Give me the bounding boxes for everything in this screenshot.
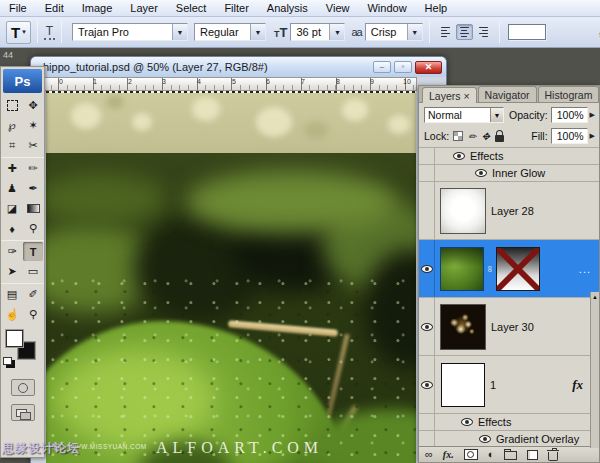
blend-mode-dropdown[interactable]: Normal ▼	[424, 107, 504, 123]
zoom-tool[interactable]: ⚲	[23, 305, 43, 324]
canvas[interactable]: ✾ WWW.MISSYUAN.COM ALFOART.COM	[46, 91, 416, 463]
document-titlebar[interactable]: hippo_tutorial.psd @ 50% (Layer 27, RGB/…	[31, 57, 446, 77]
opacity-input[interactable]: 100%	[551, 107, 588, 123]
chevron-down-icon[interactable]: ▼	[250, 24, 265, 40]
default-colors-icon[interactable]	[3, 357, 12, 365]
chevron-down-icon[interactable]: ▼	[407, 24, 422, 40]
type-tool[interactable]: T	[23, 242, 43, 261]
menu-image[interactable]: Image	[73, 1, 122, 15]
visibility-eye-icon[interactable]	[453, 152, 465, 160]
chevron-down-icon[interactable]: ▼	[172, 24, 187, 40]
healing-brush-tool[interactable]: ✚	[2, 159, 22, 178]
tab-histogram[interactable]: Histogram	[538, 86, 600, 102]
inner-glow-row[interactable]: Inner Glow	[419, 165, 599, 182]
maximize-button[interactable]: ▫	[394, 61, 412, 73]
layer-thumbnail[interactable]	[440, 247, 484, 291]
visibility-toggle[interactable]	[419, 298, 435, 355]
notes-tool[interactable]: ▤	[2, 285, 22, 304]
tab-layers[interactable]: Layers ×	[422, 87, 477, 103]
menu-filter[interactable]: Filter	[215, 1, 257, 15]
lock-pixels-icon[interactable]: ✏	[468, 131, 476, 142]
menu-file[interactable]: File	[0, 1, 36, 15]
visibility-toggle[interactable]	[419, 356, 435, 413]
visibility-eye-icon[interactable]	[421, 265, 433, 273]
path-selection-tool[interactable]: ➤	[2, 262, 22, 281]
align-center-button[interactable]	[456, 24, 473, 40]
menu-window[interactable]: Window	[358, 1, 415, 15]
type-tool-preset-button[interactable]: T ▾	[6, 21, 31, 44]
close-button[interactable]: ✕	[415, 61, 442, 74]
visibility-eye-icon[interactable]	[479, 435, 491, 443]
chevron-down-icon[interactable]: ▼	[329, 24, 344, 40]
tab-navigator[interactable]: Navigator	[478, 86, 537, 102]
menu-select[interactable]: Select	[167, 1, 216, 15]
visibility-eye-icon[interactable]	[421, 381, 433, 389]
visibility-eye-icon[interactable]	[461, 418, 473, 426]
dodge-tool[interactable]: ⚲	[23, 219, 43, 238]
lock-position-icon[interactable]: ✥	[482, 131, 490, 142]
visibility-eye-icon[interactable]	[475, 169, 487, 177]
pen-tool[interactable]: ✑	[2, 242, 22, 261]
chevron-down-icon[interactable]: ▼	[490, 108, 503, 122]
new-group-icon[interactable]	[504, 451, 517, 460]
add-layer-mask-icon[interactable]	[464, 449, 478, 460]
lock-all-icon[interactable]	[495, 135, 504, 142]
fill-spinner-icon[interactable]: ▶	[588, 132, 595, 140]
shape-tool[interactable]: ▭	[23, 262, 43, 281]
scroll-up-icon[interactable]: ▲	[591, 292, 599, 302]
opacity-spinner-icon[interactable]: ▶	[588, 111, 595, 119]
brush-tool[interactable]: ✏	[23, 159, 43, 178]
align-left-button[interactable]	[437, 24, 454, 40]
delete-layer-icon[interactable]	[548, 452, 558, 461]
layer-name[interactable]: Layer 30	[491, 321, 534, 333]
font-size-dropdown[interactable]: 36 pt ▼	[290, 23, 345, 41]
eraser-tool[interactable]: ◪	[2, 199, 22, 218]
magic-wand-tool[interactable]: ✶	[23, 116, 43, 135]
gradient-tool[interactable]	[23, 199, 43, 218]
layer-name[interactable]: 1	[490, 379, 496, 391]
layers-scrollbar[interactable]: ▲	[590, 292, 599, 448]
link-layers-icon[interactable]: ∞	[425, 449, 433, 460]
move-tool[interactable]: ✥	[23, 96, 43, 115]
layer-row-1[interactable]: 1 fx	[419, 356, 599, 414]
lock-transparency-icon[interactable]	[453, 131, 463, 141]
layer-row-30[interactable]: Layer 30	[419, 298, 599, 356]
menu-view[interactable]: View	[317, 1, 359, 15]
layer-thumbnail[interactable]	[440, 188, 486, 234]
rectangular-marquee-tool[interactable]	[2, 96, 22, 115]
clone-stamp-tool[interactable]: ♟	[2, 179, 22, 198]
layer-fx-badge[interactable]: fx	[572, 377, 583, 393]
layer-style-icon[interactable]: fx.	[443, 450, 454, 460]
visibility-toggle[interactable]	[419, 240, 435, 297]
new-layer-icon[interactable]	[527, 450, 538, 460]
hand-tool[interactable]: ☝	[2, 305, 22, 324]
align-right-button[interactable]	[475, 24, 492, 40]
layer-mask-thumbnail[interactable]	[496, 247, 540, 291]
layer-row-selected[interactable]: ∞ ...	[419, 240, 599, 298]
blur-tool[interactable]: ♦	[2, 219, 22, 238]
layer-thumbnail[interactable]	[441, 363, 485, 407]
anti-alias-dropdown[interactable]: Crisp ▼	[365, 23, 423, 41]
text-color-swatch[interactable]	[508, 24, 546, 40]
menu-layer[interactable]: Layer	[121, 1, 167, 15]
visibility-eye-icon[interactable]	[421, 323, 433, 331]
layer-name[interactable]: Layer 28	[491, 205, 534, 217]
quick-mask-button[interactable]	[11, 379, 35, 396]
screen-mode-button[interactable]	[11, 404, 35, 421]
font-style-dropdown[interactable]: Regular ▼	[194, 23, 266, 41]
eyedropper-tool[interactable]: ✐	[23, 285, 43, 304]
effects-row-top[interactable]: Effects	[419, 148, 599, 165]
menu-help[interactable]: Help	[416, 1, 457, 15]
effects-row-bottom[interactable]: Effects	[419, 414, 599, 431]
fill-input[interactable]: 100%	[551, 128, 588, 144]
layer-mask-link-icon[interactable]: ∞	[485, 263, 495, 275]
minimize-button[interactable]: –	[373, 61, 391, 73]
menu-edit[interactable]: Edit	[36, 1, 73, 15]
lasso-tool[interactable]: ℘	[2, 116, 22, 135]
layer-row-28[interactable]: Layer 28	[419, 182, 599, 240]
menu-analysis[interactable]: Analysis	[258, 1, 317, 15]
adjustment-layer-icon[interactable]: ◐	[488, 449, 495, 460]
text-orientation-icon[interactable]: T	[44, 24, 55, 40]
visibility-toggle[interactable]	[419, 182, 435, 239]
slice-tool[interactable]: ✂	[23, 136, 43, 155]
